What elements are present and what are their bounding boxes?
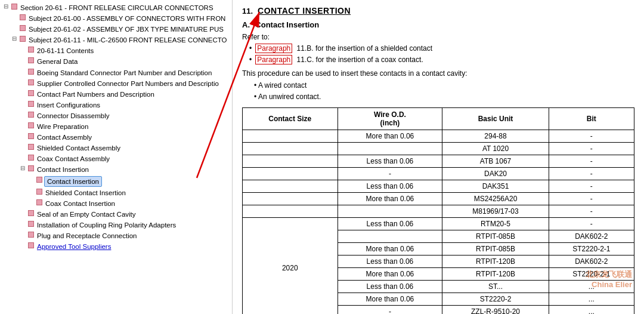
tree-label-coax-contact-insertion: Coax Contact Insertion bbox=[44, 199, 116, 208]
cell-basic-unit: ATB 1067 bbox=[442, 155, 549, 168]
tree-label-contact-part-numbers: Contact Part Numbers and Description bbox=[36, 90, 156, 99]
cell-basic-unit: ST... bbox=[442, 281, 549, 293]
tree-label-connector-disassembly: Connector Disassembly bbox=[36, 111, 110, 121]
cell-wire-od: - bbox=[338, 306, 442, 314]
cell-basic-unit: ZZL-R-9510-20 bbox=[442, 306, 549, 314]
tree-label-seal-empty: Seal of an Empty Contact Cavity bbox=[36, 210, 137, 219]
tree-item-coax-contact-insertion[interactable]: Coax Contact Insertion bbox=[0, 198, 232, 209]
tree-item-wire-preparation[interactable]: Wire Preparation bbox=[0, 121, 232, 132]
table-row: M81969/17-03- bbox=[243, 205, 634, 218]
tree-item-section-20-61[interactable]: ⊟Section 20-61 - FRONT RELEASE CIRCULAR … bbox=[0, 2, 232, 13]
content-panel: 11. CONTACT INSERTION A. Contact Inserti… bbox=[233, 0, 644, 314]
cell-contact-size: 2020 bbox=[243, 218, 338, 314]
expand-icon[interactable]: ⊟ bbox=[1, 3, 11, 10]
tree-item-boeing-standard[interactable]: Boeing Standard Connector Part Number an… bbox=[0, 67, 232, 78]
bullet-text-c: 11.C. for the insertion of a coax contac… bbox=[297, 56, 423, 64]
paragraph-box-b: Paragraph bbox=[255, 44, 292, 53]
cell-bit: DAK602-2 bbox=[549, 230, 634, 243]
cell-basic-unit: RTPIT-120B bbox=[442, 268, 549, 281]
col-wire-od: Wire O.D.(inch) bbox=[338, 108, 442, 130]
page-icon bbox=[20, 14, 26, 20]
table-row: More than 0.06294-88- bbox=[243, 130, 634, 143]
tree-item-general-data[interactable]: General Data bbox=[0, 56, 232, 67]
subsection-label: A. bbox=[242, 20, 250, 29]
cell-basic-unit: RTPIT-085B bbox=[442, 230, 549, 243]
page-icon bbox=[28, 232, 34, 238]
page-icon bbox=[28, 144, 34, 150]
cell-wire-od: More than 0.06 bbox=[338, 243, 442, 255]
tree-item-subject-00[interactable]: Subject 20-61-00 - ASSEMBLY OF CONNECTOR… bbox=[0, 13, 232, 24]
tree-label-wire-preparation: Wire Preparation bbox=[36, 122, 89, 131]
tree-label-insert-configs: Insert Configurations bbox=[36, 100, 101, 110]
page-icon bbox=[36, 189, 42, 195]
cell-bit: ... bbox=[549, 306, 634, 314]
cell-basic-unit: ST2220-2 bbox=[442, 293, 549, 306]
cell-contact-size bbox=[243, 143, 338, 155]
page-icon bbox=[20, 36, 26, 42]
tree-item-approved-tools[interactable]: Approved Tool Suppliers bbox=[0, 241, 232, 252]
tree-label-contact-insertion: Contact Insertion bbox=[44, 176, 102, 187]
tree-label-subject-00: Subject 20-61-00 - ASSEMBLY OF CONNECTOR… bbox=[27, 14, 227, 23]
tree-label-contact-insertion-parent: Contact Insertion bbox=[36, 165, 90, 174]
tree-item-subject-02[interactable]: Subject 20-61-02 - ASSEMBLY OF JBX TYPE … bbox=[0, 24, 232, 35]
cell-wire-od: More than 0.06 bbox=[338, 293, 442, 306]
tree-item-connector-disassembly[interactable]: Connector Disassembly bbox=[0, 110, 232, 121]
cell-wire-od: Less than 0.06 bbox=[338, 180, 442, 193]
cell-wire-od: Less than 0.06 bbox=[338, 218, 442, 230]
cell-wire-od: - bbox=[338, 168, 442, 180]
cell-wire-od: More than 0.06 bbox=[338, 268, 442, 281]
page-icon bbox=[28, 69, 34, 75]
table-row: -DAK20- bbox=[243, 168, 634, 180]
tree-item-contact-insertion[interactable]: Contact Insertion bbox=[0, 176, 232, 187]
contact-type-wired: A wired contact bbox=[254, 80, 634, 91]
tree-label-plug-receptacle: Plug and Receptacle Connection bbox=[36, 231, 138, 241]
tree-item-plug-receptacle[interactable]: Plug and Receptacle Connection bbox=[0, 230, 232, 241]
cell-basic-unit: AT 1020 bbox=[442, 143, 549, 155]
cell-bit: - bbox=[549, 205, 634, 218]
bullet-dot-1: • bbox=[249, 44, 252, 52]
tree-label-coax-contact-assembly: Coax Contact Assembly bbox=[36, 154, 111, 164]
page-icon bbox=[28, 122, 34, 128]
cell-basic-unit: M81969/17-03 bbox=[442, 205, 549, 218]
tree-item-subject-11[interactable]: ⊟Subject 20-61-11 - MIL-C-26500 FRONT RE… bbox=[0, 35, 232, 45]
tree-item-contact-insertion-parent[interactable]: ⊟Contact Insertion bbox=[0, 164, 232, 175]
tree-label-contents-11: 20-61-11 Contents bbox=[36, 46, 95, 56]
tree-label-supplier-controlled: Supplier Controlled Connector Part Numbe… bbox=[36, 79, 220, 88]
bullet-dot-2: • bbox=[249, 55, 252, 63]
tree-item-coax-contact-assembly[interactable]: Coax Contact Assembly bbox=[0, 153, 232, 164]
page-icon bbox=[28, 221, 34, 227]
tree-item-supplier-controlled[interactable]: Supplier Controlled Connector Part Numbe… bbox=[0, 78, 232, 89]
tree-item-installation-coupling[interactable]: Installation of Coupling Ring Polarity A… bbox=[0, 220, 232, 230]
tree-label-shielded-contact-insertion: Shielded Contact Insertion bbox=[44, 188, 127, 198]
table-row: Less than 0.06DAK351- bbox=[243, 180, 634, 193]
cell-wire-od: More than 0.06 bbox=[338, 193, 442, 205]
section-number: 11. bbox=[242, 7, 253, 16]
tree-label-approved-tools: Approved Tool Suppliers bbox=[36, 242, 112, 251]
page-icon bbox=[11, 4, 17, 10]
expand-icon[interactable]: ⊟ bbox=[10, 35, 19, 42]
tree-item-contact-part-numbers[interactable]: Contact Part Numbers and Description bbox=[0, 89, 232, 100]
tree-item-shielded-contact-assembly[interactable]: Shielded Contact Assembly bbox=[0, 143, 232, 153]
cell-bit: - bbox=[549, 130, 634, 143]
cell-bit: - bbox=[549, 218, 634, 230]
cell-contact-size bbox=[243, 155, 338, 168]
tree-item-shielded-contact-insertion[interactable]: Shielded Contact Insertion bbox=[0, 187, 232, 198]
tree-item-seal-empty[interactable]: Seal of an Empty Contact Cavity bbox=[0, 209, 232, 220]
expand-icon[interactable]: ⊟ bbox=[18, 165, 27, 171]
page-icon bbox=[28, 47, 34, 53]
col-contact-size: Contact Size bbox=[243, 108, 338, 130]
cell-wire-od bbox=[338, 230, 442, 243]
cell-bit: DAK602-2 bbox=[549, 255, 634, 268]
cell-bit: ST2220-2-1 bbox=[549, 243, 634, 255]
page-icon bbox=[28, 57, 34, 63]
page-icon bbox=[28, 242, 34, 248]
tree-item-insert-configs[interactable]: Insert Configurations bbox=[0, 100, 232, 110]
tree-item-contents-11[interactable]: 20-61-11 Contents bbox=[0, 45, 232, 56]
page-icon bbox=[28, 90, 34, 96]
cell-contact-size bbox=[243, 130, 338, 143]
cell-wire-od: Less than 0.06 bbox=[338, 155, 442, 168]
tree-label-shielded-contact-assembly: Shielded Contact Assembly bbox=[36, 143, 122, 153]
tree-item-contact-assembly[interactable]: Contact Assembly bbox=[0, 132, 232, 143]
page-icon bbox=[28, 101, 34, 107]
page-icon bbox=[28, 79, 34, 85]
